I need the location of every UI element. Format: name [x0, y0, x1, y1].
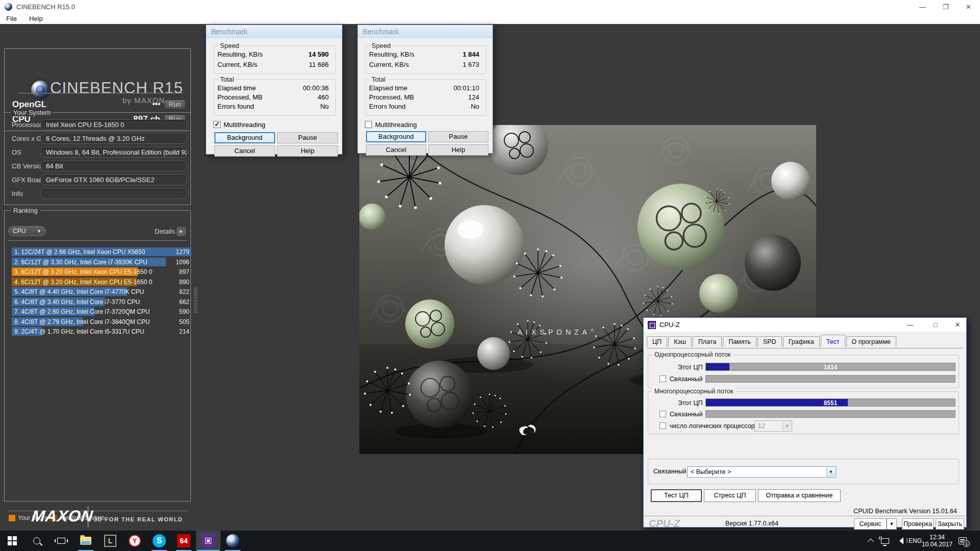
- service-dropdown-button[interactable]: ▼: [887, 518, 897, 530]
- close-cpuz-button[interactable]: Закрыть: [936, 518, 964, 530]
- file-explorer-button[interactable]: [74, 531, 98, 551]
- menu-help[interactable]: Help: [23, 15, 49, 22]
- help-button[interactable]: Help: [428, 144, 488, 156]
- league-of-legends-icon: L: [104, 535, 116, 547]
- resulting-value: 1 844: [462, 51, 479, 58]
- close-button[interactable]: ✕: [957, 0, 980, 13]
- tab-graphics[interactable]: Графика: [783, 336, 820, 347]
- tray-chevron-up-icon[interactable]: [865, 531, 878, 551]
- opengl-run-button[interactable]: Run: [164, 99, 186, 110]
- stress-cpu-button[interactable]: Стресс ЦП: [704, 489, 756, 502]
- multithreading-checkbox[interactable]: [213, 121, 220, 128]
- info-field[interactable]: [40, 188, 187, 199]
- bench-cpu-button[interactable]: Тест ЦП: [651, 489, 702, 502]
- current-value: 11 686: [309, 61, 329, 68]
- tray-time: 12:34: [929, 534, 945, 541]
- action-center-button[interactable]: 1: [952, 531, 973, 551]
- resulting-value: 14 590: [308, 51, 329, 58]
- reference-select[interactable]: < Выберите > ▼: [687, 466, 836, 478]
- tab-cpu[interactable]: ЦП: [647, 336, 667, 347]
- your-system-title: Your System: [11, 109, 53, 116]
- logical-cpus-checkbox[interactable]: [659, 422, 666, 429]
- cinebench-taskbar-button[interactable]: [220, 531, 245, 551]
- ranking-panel: Ranking CPU ▼ Details ▶ 1. 12C/24T @ 2.6…: [4, 210, 191, 502]
- pause-button[interactable]: Pause: [277, 132, 338, 143]
- submit-compare-button[interactable]: Отправка и сравнение: [758, 489, 841, 502]
- cinebench-taskbar-icon: [226, 534, 239, 547]
- cpuz-close-button[interactable]: ✕: [949, 318, 966, 332]
- cb-version-field[interactable]: 64 Bit: [40, 161, 187, 171]
- ranking-row-your-score[interactable]: 3. 6C/12T @ 3.20 GHz, Intel Xeon CPU E5-…: [12, 267, 191, 276]
- ranking-row[interactable]: 7. 4C/8T @ 2.60 GHz, Intel Core i7-3720Q…: [12, 307, 191, 316]
- service-button[interactable]: Сервис: [854, 518, 887, 530]
- ranking-row-identical[interactable]: 4. 6C/12T @ 3.20 GHz, Intel Xeon CPU E5-…: [12, 278, 191, 286]
- elapsed-label: Elapsed time: [369, 84, 407, 92]
- maxon-divider: [88, 506, 88, 528]
- league-of-legends-button[interactable]: L: [98, 531, 122, 551]
- cinebench-logo-icon: [31, 81, 50, 99]
- cancel-button[interactable]: Cancel: [214, 145, 275, 157]
- multithreading-checkbox[interactable]: [365, 121, 372, 128]
- single-bound-checkbox[interactable]: [659, 375, 666, 382]
- background-button[interactable]: Background: [214, 132, 275, 143]
- speed-group: Speed: [365, 45, 486, 74]
- restore-button[interactable]: ❐: [934, 0, 957, 13]
- cores-field[interactable]: 6 Cores, 12 Threads @ 3.20 GHz: [40, 133, 187, 144]
- processor-field[interactable]: Intel Xeon CPU E5-1650 0: [40, 119, 187, 130]
- chevron-down-icon: ▼: [782, 421, 791, 431]
- tab-about[interactable]: О программе: [846, 336, 896, 347]
- resulting-label: Resulting, KB/s: [217, 51, 263, 58]
- skype-button[interactable]: S: [147, 531, 172, 551]
- ranking-row[interactable]: 5. 4C/8T @ 4.40 GHz, Intel Core i7-4770K…: [12, 287, 191, 296]
- pause-button[interactable]: Pause: [428, 131, 488, 142]
- details-button[interactable]: ▶: [176, 227, 186, 236]
- tab-spd[interactable]: SPD: [757, 336, 782, 347]
- search-button[interactable]: [24, 531, 49, 551]
- ranking-filter-dropdown[interactable]: CPU ▼: [8, 226, 46, 236]
- logical-cpus-select[interactable]: 12 ▼: [754, 420, 792, 432]
- tab-cache[interactable]: Кэш: [668, 336, 692, 347]
- panel-splitter-grip[interactable]: [194, 287, 198, 313]
- minimize-button[interactable]: —: [911, 0, 934, 13]
- ranking-row[interactable]: 8. 4C/8T @ 2.79 GHz, Intel Core i7-3840Q…: [12, 317, 191, 326]
- help-button[interactable]: Help: [277, 145, 338, 157]
- cpuz-taskbar-button[interactable]: [196, 531, 220, 551]
- cpuz-taskbar-icon: [202, 534, 215, 547]
- multithreading-label: Multithreading: [224, 121, 265, 129]
- ranking-row[interactable]: 6. 4C/8T @ 3.40 GHz, Intel Core i7-3770 …: [12, 297, 191, 306]
- ranking-row[interactable]: 2. 6C/12T @ 3.30 GHz, Intel Core i7-3930…: [12, 258, 191, 266]
- ranking-separator: [8, 240, 187, 241]
- benchmark-dialog-1: Benchmark Speed Resulting, KB/s14 590 Cu…: [206, 24, 342, 155]
- cpuz-minimize-button[interactable]: —: [901, 318, 919, 332]
- menu-file[interactable]: File: [0, 15, 23, 22]
- ranking-row[interactable]: 1. 12C/24T @ 2.66 GHz, Intel Xeon CPU X5…: [12, 247, 191, 256]
- validate-button[interactable]: Проверка: [902, 518, 934, 530]
- multi-thread-score: 8551: [706, 399, 955, 407]
- this-cpu-label: Этот ЦП: [678, 399, 703, 407]
- cpuz-tab-strip: ЦП Кэш Плата Память SPD Графика Тест О п…: [647, 336, 963, 348]
- cancel-button[interactable]: Cancel: [366, 144, 426, 156]
- tab-mainboard[interactable]: Плата: [693, 336, 722, 347]
- ranking-row[interactable]: 9. 2C/4T @ 1.70 GHz, Intel Core i5-3317U…: [12, 327, 191, 336]
- task-view-button[interactable]: [49, 531, 74, 551]
- multi-bound-checkbox[interactable]: [659, 411, 666, 417]
- tab-bench[interactable]: Тест: [821, 335, 845, 347]
- language-indicator[interactable]: ENG: [906, 531, 924, 551]
- os-field[interactable]: Windows 8, 64 Bit, Professional Edition …: [40, 147, 187, 158]
- processed-label: Processed, MB: [369, 93, 414, 101]
- elapsed-value: 00:01:10: [453, 84, 479, 92]
- yandex-browser-icon: Y: [129, 535, 141, 547]
- file-explorer-icon: [80, 537, 91, 545]
- processed-value: 124: [468, 93, 479, 101]
- yandex-browser-button[interactable]: Y: [122, 531, 147, 551]
- cpuz-window-title: CPU-Z: [659, 321, 680, 329]
- app-64-button[interactable]: 64: [172, 531, 196, 551]
- start-button[interactable]: [0, 531, 24, 551]
- clock[interactable]: 12:34 10.04.2017: [922, 531, 952, 551]
- volume-icon[interactable]: [892, 531, 906, 551]
- cpuz-maximize-button[interactable]: □: [927, 318, 944, 332]
- network-icon[interactable]: [878, 531, 892, 551]
- background-button[interactable]: Background: [366, 131, 426, 142]
- gfx-board-field[interactable]: GeForce GTX 1060 6GB/PCIe/SSE2: [40, 174, 187, 185]
- tab-memory[interactable]: Память: [723, 336, 756, 347]
